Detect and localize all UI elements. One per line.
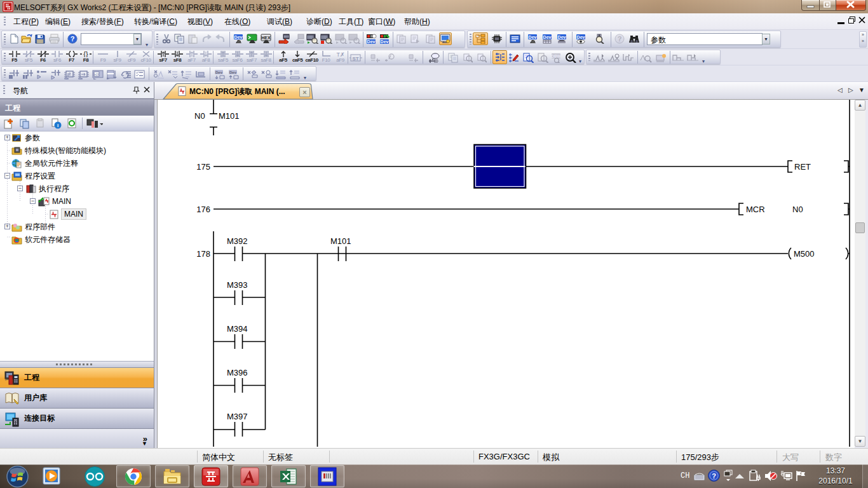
svg-text:Dev: Dev (215, 71, 223, 74)
svg-text:?: ? (71, 35, 75, 43)
svg-text:Dev: Dev (367, 39, 376, 44)
svg-text:MCR: MCR (746, 205, 765, 214)
svg-text:M396: M396 (227, 368, 248, 377)
svg-text:Dev: Dev (529, 35, 537, 39)
svg-text:M393: M393 (227, 280, 248, 290)
svg-text:175: 175 (196, 162, 210, 172)
svg-text:Dev: Dev (381, 39, 389, 44)
svg-text:Dev: Dev (577, 35, 585, 39)
svg-text:Dev: Dev (558, 35, 566, 39)
svg-text:HEX: HEX (261, 36, 271, 40)
svg-text:M101: M101 (219, 111, 240, 121)
svg-text:?: ? (712, 472, 716, 480)
svg-text:M500: M500 (794, 249, 815, 259)
svg-text:176: 176 (196, 205, 210, 214)
svg-text:Dev: Dev (543, 35, 552, 39)
svg-text:RET: RET (794, 162, 811, 172)
svg-text:M394: M394 (227, 324, 248, 334)
svg-text:DBW: DBW (551, 54, 561, 58)
svg-text:ST: ST (352, 56, 358, 62)
svg-text:Dev: Dev (229, 71, 237, 74)
svg-text:?: ? (618, 35, 622, 43)
svg-text:178: 178 (196, 249, 210, 259)
svg-text:M101: M101 (330, 236, 351, 246)
svg-text:N0: N0 (194, 111, 205, 121)
svg-text:i: i (57, 123, 58, 128)
svg-text:HX: HX (94, 72, 99, 76)
svg-text:Dev: Dev (234, 35, 243, 39)
svg-text:N0: N0 (792, 205, 803, 214)
svg-text:T✗: T✗ (336, 51, 344, 57)
svg-text:M392: M392 (227, 236, 248, 246)
svg-text:M397: M397 (227, 412, 248, 421)
svg-text:{}: {} (83, 51, 88, 57)
